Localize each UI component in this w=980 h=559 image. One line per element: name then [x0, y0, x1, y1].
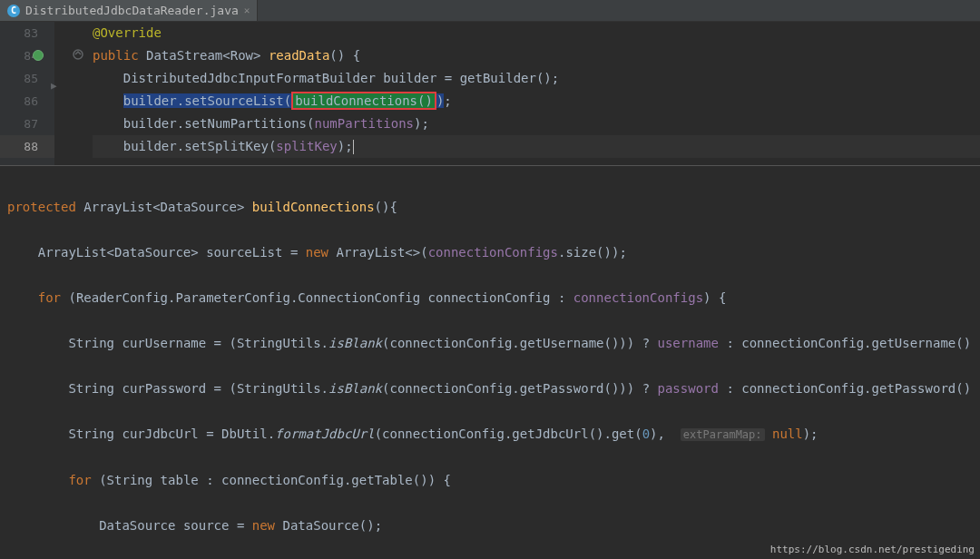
code-line: DistributedJdbcInputFormatBuilder builde… — [93, 67, 980, 90]
tab-bar: C DistributedJdbcDataReader.java ✕ — [0, 0, 980, 22]
line-number: 87 — [0, 113, 54, 135]
text-cursor — [353, 140, 354, 154]
line-number: 85 ▶ — [0, 67, 54, 90]
run-gutter-icon[interactable] — [33, 50, 44, 61]
bottom-editor-pane[interactable]: protected ArrayList<DataSource> buildCon… — [0, 165, 980, 559]
code-line: ArrayList<DataSource> sourceList = new A… — [7, 241, 980, 264]
code-line: builder.setNumPartitions(numPartitions); — [93, 113, 980, 135]
line-number: 88 — [0, 135, 54, 158]
code-line: String curUsername = (StringUtils.isBlan… — [7, 332, 980, 355]
code-line: public DataStream<Row> readData() { — [93, 44, 980, 67]
tab-filename: DistributedJdbcDataReader.java — [25, 4, 239, 17]
line-number: 84 — [0, 44, 54, 67]
code-line-current: builder.setSplitKey(splitKey); — [93, 135, 980, 158]
code-line: builder.setSourceList(buildConnections()… — [93, 90, 980, 113]
editor-tab[interactable]: C DistributedJdbcDataReader.java ✕ — [0, 0, 258, 21]
code-line: @Override — [93, 22, 980, 44]
close-icon[interactable]: ✕ — [244, 5, 250, 16]
code-area[interactable]: @Override public DataStream<Row> readDat… — [54, 22, 980, 165]
java-class-icon: C — [7, 5, 20, 17]
line-number: 83 — [0, 22, 54, 44]
top-editor-pane: 83 84 85 ▶ 86 87 88 @Override public Dat… — [0, 22, 980, 165]
watermark: https://blog.csdn.net/prestigeding — [770, 544, 975, 555]
gutter: 83 84 85 ▶ 86 87 88 — [0, 22, 54, 165]
code-line: String curJdbcUrl = DbUtil.formatJdbcUrl… — [7, 423, 980, 446]
code-line: for (ReaderConfig.ParameterConfig.Connec… — [7, 287, 980, 309]
line-number: 86 — [0, 90, 54, 113]
code-line: protected ArrayList<DataSource> buildCon… — [7, 196, 980, 219]
code-line: DataSource source = new DataSource(); — [7, 515, 980, 537]
highlighted-method-call: buildConnections() — [291, 92, 436, 110]
code-line: for (String table : connectionConfig.get… — [7, 469, 980, 492]
override-gutter-icon[interactable] — [73, 48, 83, 63]
code-line: String curPassword = (StringUtils.isBlan… — [7, 378, 980, 400]
